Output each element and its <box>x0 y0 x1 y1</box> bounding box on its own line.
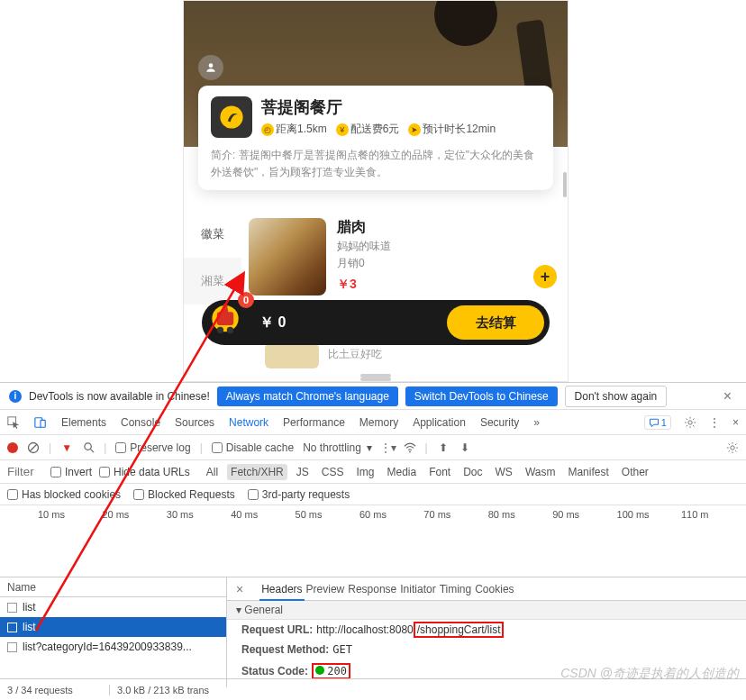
filter-fetch-xhr[interactable]: Fetch/XHR <box>227 464 287 480</box>
filter-input[interactable] <box>7 465 43 478</box>
filter-img[interactable]: Img <box>352 464 378 480</box>
profile-icon[interactable] <box>198 55 223 80</box>
tab-network[interactable]: Network <box>229 416 268 429</box>
devtools-tabs: ElementsConsoleSourcesNetworkPerformance… <box>0 410 746 435</box>
upload-icon[interactable]: ⬆ <box>437 441 450 454</box>
invert-checkbox[interactable]: Invert <box>50 466 92 478</box>
svg-rect-9 <box>41 420 45 427</box>
inspect-icon[interactable] <box>7 416 20 429</box>
food-item[interactable]: 腊肉 妈妈的味道 月销0 ￥3 + <box>249 218 557 295</box>
category-hui[interactable]: 徽菜 <box>184 211 241 258</box>
wifi-icon[interactable]: ⋮▾ <box>382 441 395 454</box>
messages-badge[interactable]: 1 <box>644 415 671 430</box>
cart-badge: 0 <box>238 292 254 308</box>
device-icon[interactable] <box>34 416 47 429</box>
request-row[interactable]: list <box>0 617 226 637</box>
cart-icon[interactable]: 0 <box>205 295 252 342</box>
clear-icon[interactable] <box>27 441 40 454</box>
drag-handle-icon[interactable] <box>360 374 391 377</box>
close-devtools-icon[interactable]: × <box>732 416 739 429</box>
wifi-icon[interactable] <box>404 441 416 454</box>
cart-total: ￥ 0 <box>259 314 286 332</box>
more-tabs-icon[interactable]: » <box>533 416 540 429</box>
request-method-label: Request Method: <box>241 643 329 656</box>
transfer-size: 3.0 kB / 213 kB trans <box>110 685 216 695</box>
next-food-peek: 比土豆好吃 <box>265 343 555 368</box>
peek-subtitle: 比土豆好吃 <box>328 343 382 368</box>
lang-message: DevTools is now available in Chinese! <box>29 390 210 403</box>
tab-elements[interactable]: Elements <box>61 416 106 429</box>
close-details-icon[interactable]: × <box>236 582 243 596</box>
shop-logo <box>211 96 252 138</box>
detail-tab-timing[interactable]: Timing <box>438 579 474 599</box>
throttling-select[interactable]: No throttling ▾ <box>303 441 372 454</box>
checkout-button[interactable]: 去结算 <box>447 305 544 340</box>
record-icon[interactable] <box>7 442 18 453</box>
food-image <box>249 218 326 295</box>
tab-performance[interactable]: Performance <box>283 416 345 429</box>
request-url-label: Request URL: <box>241 623 313 636</box>
filter-js[interactable]: JS <box>293 464 313 480</box>
filter-manifest[interactable]: Manifest <box>564 464 612 480</box>
preserve-log-checkbox[interactable]: Preserve log <box>115 441 190 454</box>
network-toolbar: | ▼ | Preserve log | Disable cache No th… <box>0 435 746 460</box>
filter-css[interactable]: CSS <box>318 464 348 480</box>
shop-name: 菩提阁餐厅 <box>261 96 496 118</box>
filter-ws[interactable]: WS <box>492 464 516 480</box>
always-match-button[interactable]: Always match Chrome's language <box>217 386 398 406</box>
tab-sources[interactable]: Sources <box>175 416 214 429</box>
svg-point-16 <box>731 445 734 449</box>
detail-tab-cookies[interactable]: Cookies <box>473 579 515 599</box>
detail-tab-preview[interactable]: Preview <box>305 579 347 599</box>
detail-tab-headers[interactable]: Headers <box>259 579 304 601</box>
filter-doc[interactable]: Doc <box>459 464 486 480</box>
svg-point-10 <box>688 420 692 423</box>
name-column-header[interactable]: Name <box>0 577 226 597</box>
switch-chinese-button[interactable]: Switch DevTools to Chinese <box>405 386 558 406</box>
filter-font[interactable]: Font <box>425 464 454 480</box>
svg-point-0 <box>209 63 214 68</box>
net-gear-icon[interactable] <box>726 441 739 454</box>
close-icon[interactable]: × <box>718 388 737 405</box>
filter-all[interactable]: All <box>203 464 222 480</box>
add-to-cart-button[interactable]: + <box>533 265 557 288</box>
mobile-app-viewport: 菩提阁餐厅 ◴距离1.5km ¥配送费6元 ➤预计时长12min 简介: 菩提阁… <box>183 0 569 382</box>
timeline[interactable]: 10 ms20 ms30 ms40 ms50 ms60 ms70 ms80 ms… <box>0 505 746 577</box>
peek-image <box>265 343 319 368</box>
tab-security[interactable]: Security <box>480 416 519 429</box>
blocked-requests-checkbox[interactable]: Blocked Requests <box>133 488 235 501</box>
svg-point-15 <box>409 450 411 452</box>
request-url-value: http://localhost:8080/shoppingCart/list <box>316 623 504 636</box>
request-row[interactable]: list?categoryId=16439200933839... <box>0 637 226 657</box>
disable-cache-checkbox[interactable]: Disable cache <box>212 441 294 454</box>
status-code-value: 200 <box>327 665 347 677</box>
third-party-checkbox[interactable]: 3rd-party requests <box>248 488 350 501</box>
search-icon[interactable] <box>82 441 95 454</box>
dont-show-button[interactable]: Don't show again <box>565 386 668 407</box>
request-row[interactable]: list <box>0 597 226 617</box>
filter-icon[interactable]: ▼ <box>60 441 73 454</box>
food-price: ￥3 <box>337 277 557 293</box>
filter-bar: Invert Hide data URLs AllFetch/XHRJSCSSI… <box>0 460 746 484</box>
distance-label: 距离1.5km <box>276 123 327 135</box>
gear-icon[interactable] <box>684 416 696 429</box>
tab-application[interactable]: Application <box>413 416 466 429</box>
filter-media[interactable]: Media <box>383 464 420 480</box>
filter-other[interactable]: Other <box>618 464 652 480</box>
request-list: Name listlistlist?categoryId=16439200933… <box>0 577 227 687</box>
food-subtitle: 妈妈的味道 <box>337 239 557 254</box>
detail-tab-initiator[interactable]: Initiator <box>398 579 437 599</box>
language-bar: i DevTools is now available in Chinese! … <box>0 383 746 410</box>
fee-label: 配送费6元 <box>350 123 400 135</box>
filter-wasm[interactable]: Wasm <box>522 464 560 480</box>
svg-point-5 <box>227 327 233 333</box>
download-icon[interactable]: ⬇ <box>459 441 471 454</box>
detail-tab-response[interactable]: Response <box>346 579 398 599</box>
kebab-icon[interactable]: ⋮ <box>709 416 720 429</box>
blocked-cookies-checkbox[interactable]: Has blocked cookies <box>7 488 121 501</box>
tab-console[interactable]: Console <box>121 416 160 429</box>
scrollbar[interactable] <box>563 172 567 197</box>
tab-memory[interactable]: Memory <box>359 416 398 429</box>
hide-urls-checkbox[interactable]: Hide data URLs <box>99 466 190 478</box>
general-section[interactable]: ▾ General <box>227 601 746 620</box>
